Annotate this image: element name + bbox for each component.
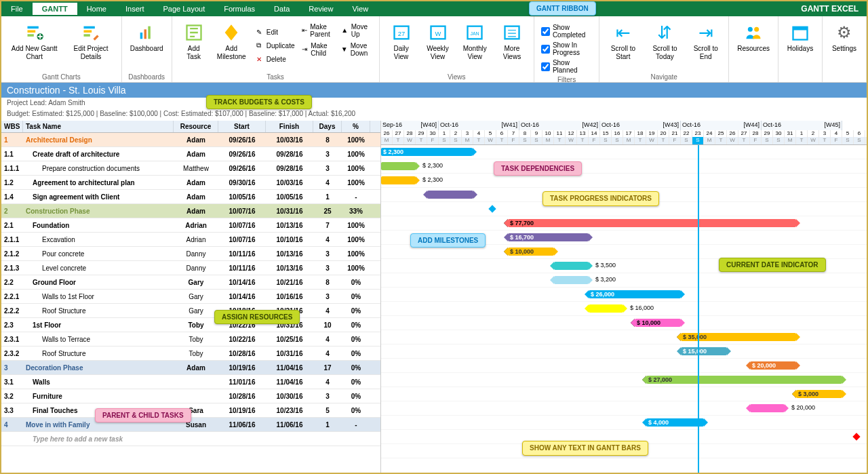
task-row[interactable]: 2.31st FloorToby10/22/1610/31/16100% (1, 318, 380, 332)
add-milestone-button[interactable]: Add Milestone (213, 19, 250, 72)
column-headers: WBS Task Name Resource Start Finish Days… (1, 121, 380, 133)
gantt-add-icon (24, 22, 45, 43)
callout-milestones: ADD MILESTONES (410, 233, 486, 248)
gantt-bar[interactable]: $ 10,000 (635, 319, 681, 327)
callout-showtext: SHOW ANY TEXT IN GANTT BARS (522, 441, 648, 456)
milestone-marker[interactable] (852, 433, 860, 440)
scroll-end-button[interactable]: ⇥Scroll to End (687, 19, 724, 72)
menu-review[interactable]: Review (299, 3, 342, 15)
gantt-bar[interactable] (750, 404, 785, 412)
task-row[interactable]: 1.4Sign agreement with ClientAdam10/05/1… (1, 190, 380, 204)
dashboard-button[interactable]: Dashboard (126, 19, 167, 72)
dashboard-icon (136, 22, 157, 43)
task-row[interactable]: 2.1.1ExcavationAdrian10/07/1610/10/16410… (1, 233, 380, 247)
project-title: Construction - St. Louis Villa (1, 83, 867, 98)
gantt-bar[interactable] (554, 276, 589, 284)
resources-button[interactable]: Resources (733, 19, 774, 72)
task-row[interactable]: 1.2Agreement to architectural planAdam09… (1, 176, 380, 190)
gantt-timeline[interactable]: Sep-16[W40]Oct-16[W41]Oct-16[W42]Oct-16[… (381, 121, 867, 473)
task-row[interactable]: 2.2Ground FloorGary10/14/1610/21/1680% (1, 275, 380, 290)
gantt-bar[interactable]: $ 26,000 (589, 290, 681, 298)
indent-icon: ⇥ (302, 45, 309, 54)
move-up-button[interactable]: ▲Move Up (338, 22, 375, 39)
callout-budgets: TRACK BUDGETS & COSTS (206, 95, 312, 109)
edit-task-button[interactable]: ✎Edit (252, 26, 298, 38)
move-down-button[interactable]: ▼Move Down (338, 41, 375, 58)
gantt-bar[interactable]: $ 77,700 (508, 219, 796, 227)
task-row[interactable]: 2.1.2Pour concreteDanny10/11/1610/13/163… (1, 247, 380, 261)
delete-task-button[interactable]: ✕Delete (252, 53, 298, 65)
gantt-bar[interactable] (589, 304, 623, 313)
task-row[interactable]: Type here to add a new task (1, 432, 380, 446)
show-planned-checkbox[interactable]: Show Planned (538, 58, 595, 75)
gantt-bar[interactable]: $ 2,300 (381, 148, 473, 156)
task-row[interactable]: 2Construction PhaseAdam10/07/1610/31/162… (1, 204, 380, 218)
scroll-end-icon: ⇥ (695, 22, 717, 43)
menu-data[interactable]: Data (264, 3, 299, 15)
scroll-start-icon: ⇤ (612, 22, 634, 43)
holidays-button[interactable]: Holidays (783, 19, 818, 72)
current-date-line (698, 145, 699, 473)
svg-rect-5 (84, 31, 92, 33)
gantt-bar[interactable]: $ 16,700 (508, 233, 589, 241)
task-row[interactable]: 2.1.3Level concreteDanny10/11/1610/13/16… (1, 261, 380, 275)
gantt-bar[interactable]: $ 27,000 (646, 376, 842, 384)
more-views-button[interactable]: More Views (494, 19, 530, 72)
edit-project-details-button[interactable]: Edit Project Details (64, 19, 117, 72)
outdent-icon: ⇤ (302, 26, 308, 35)
gantt-bar[interactable]: $ 3,000 (796, 390, 842, 398)
svg-rect-6 (84, 34, 90, 37)
menu-file[interactable]: File (1, 3, 33, 15)
add-task-button[interactable]: Add Task (176, 19, 212, 72)
add-task-icon (183, 22, 205, 43)
milestone-marker[interactable] (488, 205, 496, 212)
make-parent-button[interactable]: ⇤Make Parent (299, 22, 337, 39)
calendar-icon (789, 22, 811, 43)
menubar: File GANTT Home Insert Page Layout Formu… (1, 1, 867, 16)
scroll-today-button[interactable]: ⇵Scroll to Today (644, 19, 686, 72)
task-row[interactable]: 1.1Create draft of architectureAdam09/26… (1, 147, 380, 161)
monthly-view-button[interactable]: JANMonthly View (457, 19, 493, 72)
task-row[interactable]: 3.1Walls11/01/1611/04/1640% (1, 375, 380, 389)
task-row[interactable]: 2.2.1Walls to 1st FloorGary10/14/1610/16… (1, 290, 380, 304)
task-row[interactable]: 2.3.2Roof StructureToby10/28/1610/31/164… (1, 347, 380, 361)
svg-rect-4 (84, 26, 95, 29)
scroll-start-button[interactable]: ⇤Scroll to Start (604, 19, 642, 72)
gantt-bar[interactable] (381, 176, 416, 184)
menu-insert[interactable]: Insert (116, 3, 154, 15)
menu-home[interactable]: Home (77, 3, 116, 15)
gantt-bar[interactable] (427, 191, 473, 199)
menu-formulas[interactable]: Formulas (214, 3, 264, 15)
show-completed-checkbox[interactable]: Show Completed (538, 23, 595, 39)
gantt-edit-icon (80, 22, 102, 43)
callout-parentchild: PARENT & CHILD TASKS (95, 408, 191, 422)
task-row[interactable]: 2.1FoundationAdrian10/07/1610/13/167100% (1, 218, 380, 233)
gantt-bar[interactable]: $ 20,000 (750, 361, 796, 370)
gantt-bar[interactable]: $ 4,000 (646, 418, 704, 427)
show-inprogress-checkbox[interactable]: Show In Progress (538, 41, 595, 57)
svg-point-18 (748, 27, 753, 32)
gantt-bar[interactable]: $ 15,000 (681, 347, 727, 355)
duplicate-task-button[interactable]: ⧉Duplicate (252, 39, 298, 52)
gantt-bar[interactable] (381, 162, 416, 170)
menu-view[interactable]: View (342, 3, 378, 15)
svg-rect-8 (144, 29, 147, 39)
daily-view-button[interactable]: 27Daily View (384, 19, 419, 72)
gantt-bar[interactable] (554, 262, 589, 270)
make-child-button[interactable]: ⇥Make Child (299, 41, 337, 58)
task-row[interactable]: 2.2.2Roof StructureGary10/18/1610/21/164… (1, 304, 380, 318)
gantt-bar[interactable]: $ 10,000 (508, 248, 554, 256)
add-new-gantt-button[interactable]: Add New Gantt Chart (5, 19, 63, 72)
settings-button[interactable]: ⚙Settings (827, 19, 862, 72)
task-row[interactable]: 1Architectural DesignAdam09/26/1610/03/1… (1, 133, 380, 147)
weekly-view-button[interactable]: WWeekly View (420, 19, 456, 72)
task-row[interactable]: 2.3.1Walls to TerraceToby10/22/1610/25/1… (1, 332, 380, 347)
task-row[interactable]: 3Decoration PhaseAdam10/19/1611/04/16170… (1, 361, 380, 375)
callout-assignres: ASSIGN RESOURCES (214, 310, 300, 324)
menu-pagelayout[interactable]: Page Layout (153, 3, 214, 15)
menu-gantt[interactable]: GANTT (33, 3, 77, 15)
task-row[interactable]: 3.2Furniture10/28/1610/30/1630% (1, 389, 380, 403)
task-row[interactable]: 1.1.1Prepare construction documentsMatth… (1, 161, 380, 176)
gear-icon: ⚙ (833, 22, 855, 43)
down-icon: ▼ (341, 45, 348, 54)
